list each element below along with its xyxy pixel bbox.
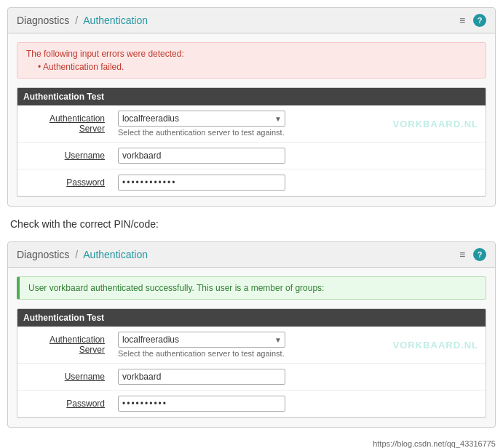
username-label[interactable]: Username — [65, 151, 105, 161]
password-label-2[interactable]: Password — [66, 399, 105, 409]
interlude-text: Check with the correct PIN/code: — [10, 218, 496, 230]
section-header-2: Authentication Test — [17, 309, 486, 327]
username-input-cell — [112, 143, 486, 169]
server-hint-2: Select the authentication server to test… — [118, 349, 480, 358]
table-row-password-2: Password — [17, 391, 486, 417]
server-select[interactable]: localfreeradius — [118, 111, 285, 127]
table-row-username: Username — [17, 143, 486, 169]
server-label-cell: Authentication Server — [17, 105, 112, 143]
username-label-cell: Username — [17, 143, 112, 169]
breadcrumb-sep-1: / — [75, 15, 78, 26]
password-input-cell — [112, 169, 486, 196]
server-input-cell-2: localfreeradius ▼ Select the authenticat… — [112, 327, 486, 364]
section-block-2: Authentication Test Authentication Serve… — [17, 308, 486, 418]
table-row-server: Authentication Server localfreeradius ▼ … — [17, 105, 486, 143]
panel-2-body: User vorkbaard authenticated successfull… — [8, 268, 495, 427]
breadcrumb-base-2[interactable]: Diagnostics — [17, 249, 69, 260]
panel-1: Diagnostics / Authentication ≡ ? The fol… — [7, 7, 496, 207]
form-table-2: Authentication Server localfreeradius ▼ … — [17, 327, 486, 417]
error-item-0: Authentication failed. — [26, 62, 477, 72]
breadcrumb-current-1: Authentication — [83, 15, 148, 26]
server-select-wrapper: localfreeradius ▼ — [118, 111, 285, 127]
server-select-wrapper-2: localfreeradius ▼ — [118, 332, 285, 348]
username-input-cell-2 — [112, 364, 486, 391]
help-icon-1[interactable]: ? — [473, 14, 486, 27]
footer-url: https://blog.csdn.net/qq_43316775 — [373, 439, 496, 448]
breadcrumb-current-2: Authentication — [83, 249, 148, 260]
username-input[interactable] — [118, 148, 285, 164]
error-title: The following input errors were detected… — [26, 49, 477, 59]
footer: https://blog.csdn.net/qq_43316775 — [7, 439, 496, 448]
section-header-1: Authentication Test — [17, 88, 486, 105]
success-message: User vorkbaard authenticated successfull… — [28, 283, 477, 293]
error-alert: The following input errors were detected… — [17, 42, 486, 79]
server-select-2[interactable]: localfreeradius — [118, 332, 285, 348]
breadcrumb-sep-2: / — [75, 249, 78, 260]
panel-1-header: Diagnostics / Authentication ≡ ? — [8, 8, 495, 33]
section-block-1: Authentication Test Authentication Serve… — [17, 87, 486, 197]
table-row-password: Password — [17, 169, 486, 196]
server-input-cell: localfreeradius ▼ Select the authenticat… — [112, 105, 486, 143]
breadcrumb-2: Diagnostics / Authentication — [17, 249, 148, 260]
password-label-cell: Password — [17, 169, 112, 196]
password-input-cell-2 — [112, 391, 486, 417]
password-input[interactable] — [118, 175, 285, 191]
password-input-2[interactable] — [118, 396, 285, 412]
filter-icon-1[interactable]: ≡ — [456, 14, 469, 27]
server-label-cell-2: Authentication Server — [17, 327, 112, 364]
username-input-2[interactable] — [118, 369, 285, 385]
form-table-1: Authentication Server localfreeradius ▼ … — [17, 105, 486, 196]
server-label-2[interactable]: Authentication Server — [49, 335, 105, 355]
server-hint: Select the authentication server to test… — [118, 128, 480, 137]
filter-icon-2[interactable]: ≡ — [456, 248, 469, 261]
password-label[interactable]: Password — [66, 177, 105, 188]
panel-2: Diagnostics / Authentication ≡ ? User vo… — [7, 241, 496, 428]
success-alert: User vorkbaard authenticated successfull… — [17, 276, 486, 300]
username-label-2[interactable]: Username — [65, 372, 105, 382]
header-icons-1: ≡ ? — [456, 14, 486, 27]
table-row-username-2: Username — [17, 364, 486, 391]
server-label[interactable]: Authentication Server — [49, 113, 105, 134]
password-label-cell-2: Password — [17, 391, 112, 417]
breadcrumb-base-1[interactable]: Diagnostics — [17, 15, 69, 26]
panel-2-header: Diagnostics / Authentication ≡ ? — [8, 242, 495, 268]
header-icons-2: ≡ ? — [456, 248, 486, 261]
panel-1-body: The following input errors were detected… — [8, 33, 495, 206]
help-icon-2[interactable]: ? — [473, 248, 486, 261]
username-label-cell-2: Username — [17, 364, 112, 391]
table-row-server-2: Authentication Server localfreeradius ▼ … — [17, 327, 486, 364]
breadcrumb-1: Diagnostics / Authentication — [17, 15, 148, 26]
